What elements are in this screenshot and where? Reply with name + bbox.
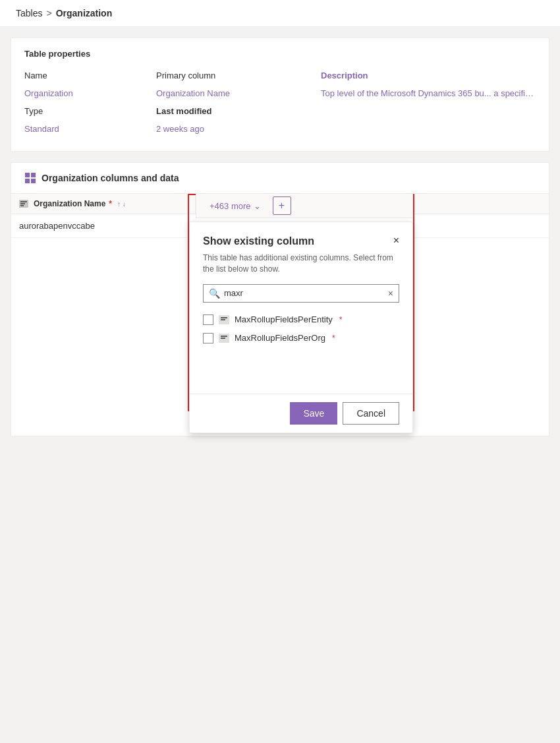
- columns-section-header: Organization columns and data: [11, 163, 549, 194]
- svg-rect-9: [221, 336, 227, 337]
- svg-rect-6: [20, 205, 24, 206]
- cancel-button[interactable]: Cancel: [343, 402, 399, 425]
- label-description: Description: [321, 69, 536, 82]
- svg-rect-7: [221, 317, 227, 318]
- dialog-subtitle: This table has additional existing colum…: [203, 253, 399, 275]
- svg-rect-4: [20, 201, 27, 202]
- clear-search-button[interactable]: ×: [388, 289, 393, 298]
- value-last-modified: 2 weeks ago: [156, 123, 321, 135]
- dropdown-header: +463 more ⌄ +: [196, 194, 413, 218]
- grid-icon: [24, 172, 36, 184]
- sort-indicator[interactable]: ↑ ↓: [117, 200, 126, 208]
- column-item-1: MaxRollupFieldsPerEntity *: [203, 311, 399, 329]
- svg-rect-5: [20, 203, 25, 204]
- checkbox-MaxRollupFieldsPerOrg[interactable]: [203, 333, 213, 343]
- top-bar: Tables > Organization: [0, 0, 560, 27]
- svg-rect-0: [25, 173, 30, 177]
- table-properties-title: Table properties: [24, 49, 536, 59]
- column-item-2: MaxRollupFieldsPerOrg *: [203, 329, 399, 347]
- value-description: Top level of the Microsoft Dynamics 365 …: [321, 87, 536, 100]
- column-item-icon-2: [219, 334, 229, 343]
- col-header-org-name: Organization Name * ↑ ↓: [11, 194, 196, 214]
- column-list: MaxRollupFieldsPerEntity * MaxRollupFiel…: [203, 311, 399, 347]
- columns-section-title: Organization columns and data: [42, 173, 179, 183]
- svg-rect-10: [221, 338, 225, 339]
- checkbox-MaxRollupFieldsPerEntity[interactable]: [203, 314, 213, 325]
- column-item-icon-1: [219, 315, 229, 324]
- label-name: Name: [24, 69, 156, 82]
- label-type: Type: [24, 105, 156, 117]
- chevron-down-icon: ⌄: [254, 201, 261, 211]
- label-last-modified: Last modified: [156, 105, 321, 117]
- column-item-required-1: *: [339, 315, 343, 324]
- column-item-required-2: *: [332, 334, 335, 343]
- value-type[interactable]: Standard: [24, 123, 156, 135]
- table-cell-org-name: aurorabapenvccabe: [11, 217, 196, 235]
- more-cols-button[interactable]: +463 more ⌄: [202, 197, 269, 215]
- search-icon: 🔍: [209, 288, 220, 299]
- svg-rect-8: [221, 319, 225, 320]
- svg-rect-2: [25, 179, 30, 183]
- column-item-name-1: MaxRollupFieldsPerEntity: [235, 314, 333, 324]
- columns-section: Organization columns and data Organizati…: [11, 162, 549, 436]
- value-primary-column[interactable]: Organization Name: [156, 87, 321, 100]
- dialog-title: Show existing column: [203, 235, 314, 247]
- breadcrumb-separator: >: [46, 8, 51, 18]
- table-properties-section: Table properties Name Primary column Des…: [11, 38, 549, 152]
- col-header-icon: [19, 200, 28, 208]
- label-primary-column: Primary column: [156, 69, 321, 82]
- breadcrumb-current: Organization: [56, 8, 113, 18]
- dialog-footer: Save Cancel: [190, 394, 412, 432]
- breadcrumb-parent[interactable]: Tables: [16, 8, 42, 18]
- svg-rect-3: [31, 179, 36, 183]
- save-button[interactable]: Save: [290, 402, 337, 425]
- svg-rect-1: [31, 173, 36, 177]
- show-existing-column-dialog: Show existing column × This table has ad…: [189, 222, 413, 433]
- search-input[interactable]: [224, 288, 384, 298]
- dialog-close-button[interactable]: ×: [393, 235, 399, 246]
- props-grid: Name Primary column Description Organiza…: [24, 69, 536, 135]
- column-item-name-2: MaxRollupFieldsPerOrg: [235, 333, 325, 343]
- dialog-header: Show existing column ×: [203, 235, 399, 247]
- search-box: 🔍 ×: [203, 284, 399, 303]
- value-name[interactable]: Organization: [24, 87, 156, 100]
- add-column-button[interactable]: +: [273, 196, 291, 215]
- table-content-area: Organization Name * ↑ ↓ ✏ aurorabapenvcc…: [11, 194, 549, 436]
- col-header-name: Organization Name: [34, 199, 105, 208]
